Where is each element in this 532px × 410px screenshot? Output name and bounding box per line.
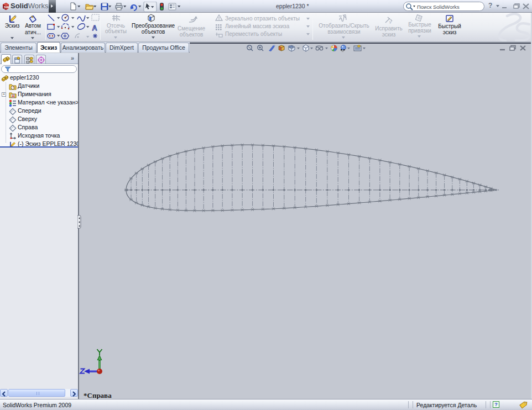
svg-text:SW: SW <box>4 6 9 9</box>
svg-text:A: A <box>12 94 14 98</box>
svg-text:A: A <box>92 24 97 32</box>
